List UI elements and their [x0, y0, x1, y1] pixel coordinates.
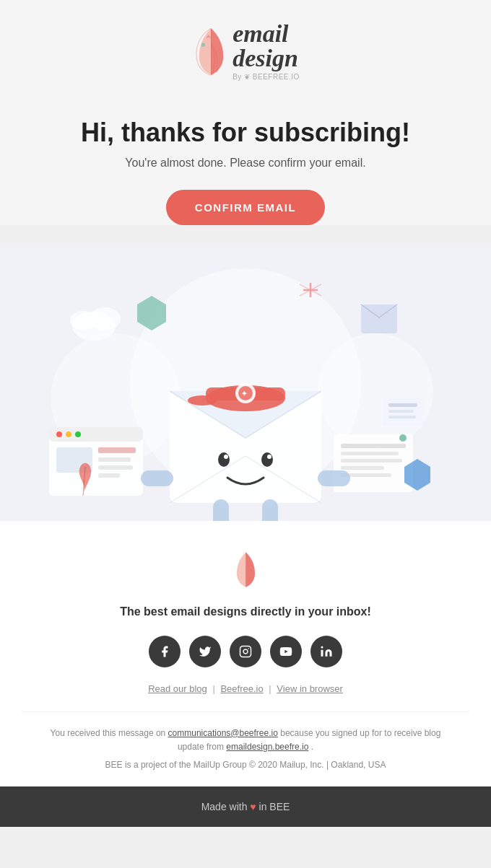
- read-blog-link[interactable]: Read our blog: [148, 683, 207, 694]
- svg-rect-20: [98, 457, 131, 462]
- svg-rect-58: [321, 649, 323, 656]
- confirm-email-button[interactable]: CONFIRM EMAIL: [166, 190, 325, 225]
- footer-feather-icon: [230, 550, 262, 589]
- disclaimer-text-3: BEE is a project of the MailUp Group © 2…: [36, 758, 455, 772]
- heart-icon: ♥: [250, 801, 256, 812]
- svg-point-45: [188, 395, 217, 405]
- svg-point-7: [70, 311, 96, 330]
- svg-rect-32: [388, 410, 414, 413]
- illustration-svg: ✦: [0, 247, 491, 521]
- illustration-section: ✦: [0, 247, 491, 521]
- svg-point-0: [201, 43, 206, 47]
- svg-text:✦: ✦: [241, 390, 248, 398]
- logo-email-word: email: [233, 22, 288, 46]
- facebook-icon[interactable]: [149, 636, 181, 667]
- separator-2: |: [269, 683, 271, 694]
- disclaimer-text-1: You received this message on: [51, 728, 166, 738]
- svg-rect-51: [213, 499, 229, 521]
- logo: email design By ❦ BEEFREE.IO: [191, 22, 300, 81]
- svg-rect-55: [240, 646, 251, 657]
- separator-1: |: [212, 683, 214, 694]
- bottom-bar-text-before: Made with: [201, 801, 248, 812]
- svg-point-17: [75, 431, 81, 437]
- svg-point-41: [224, 455, 228, 459]
- main-heading: Hi, thanks for subscribing!: [29, 118, 462, 148]
- svg-point-39: [218, 452, 230, 467]
- svg-point-40: [261, 452, 273, 467]
- twitter-icon[interactable]: [189, 636, 221, 667]
- bottom-bar: Made with ♥ in BEE: [0, 786, 491, 827]
- social-icons-row: [22, 636, 469, 667]
- svg-rect-31: [388, 403, 417, 407]
- beefree-link[interactable]: Beefree.io: [220, 683, 263, 694]
- footer-feather: [22, 550, 469, 592]
- footer-tagline: The best email designs directly in your …: [22, 605, 469, 618]
- disclaimer-email-link[interactable]: communications@beefree.io: [168, 728, 278, 738]
- logo-feather-icon: [191, 25, 231, 79]
- disclaimer-site-link[interactable]: emaildesign.beefre.io: [226, 742, 308, 752]
- svg-rect-21: [98, 465, 133, 470]
- youtube-icon[interactable]: [270, 636, 302, 667]
- svg-rect-19: [98, 447, 136, 453]
- logo-design-word: design: [233, 46, 298, 71]
- svg-point-15: [56, 431, 62, 437]
- svg-rect-33: [388, 416, 416, 418]
- svg-rect-24: [341, 444, 406, 448]
- linkedin-icon[interactable]: [310, 636, 342, 667]
- view-browser-link[interactable]: View in browser: [277, 683, 343, 694]
- svg-point-3: [318, 333, 433, 449]
- instagram-icon[interactable]: [230, 636, 261, 667]
- svg-rect-50: [318, 470, 350, 486]
- svg-point-16: [66, 431, 71, 437]
- svg-rect-22: [98, 473, 120, 478]
- logo-text: email design By ❦ BEEFREE.IO: [233, 22, 300, 81]
- footer-section: The best email designs directly in your …: [0, 521, 491, 787]
- bottom-bar-text-after: in BEE: [259, 801, 290, 812]
- svg-rect-52: [262, 499, 278, 521]
- svg-rect-49: [141, 470, 173, 486]
- svg-point-59: [321, 646, 323, 648]
- disclaimer-period: .: [311, 742, 313, 752]
- svg-point-29: [399, 434, 407, 442]
- svg-rect-25: [341, 452, 399, 455]
- svg-point-42: [267, 455, 271, 459]
- svg-rect-27: [341, 466, 384, 470]
- header-section: email design By ❦ BEEFREE.IO: [0, 0, 491, 96]
- svg-rect-26: [341, 459, 402, 463]
- main-content-section: Hi, thanks for subscribing! You're almos…: [0, 96, 491, 225]
- svg-rect-14: [49, 427, 143, 442]
- footer-disclaimer: You received this message on communicati…: [22, 711, 469, 773]
- logo-by-line: By ❦ BEEFREE.IO: [233, 73, 300, 81]
- main-subheading: You're almost done. Please confirm your …: [29, 157, 462, 170]
- footer-links-row: Read our blog | Beefree.io | View in bro…: [22, 683, 469, 694]
